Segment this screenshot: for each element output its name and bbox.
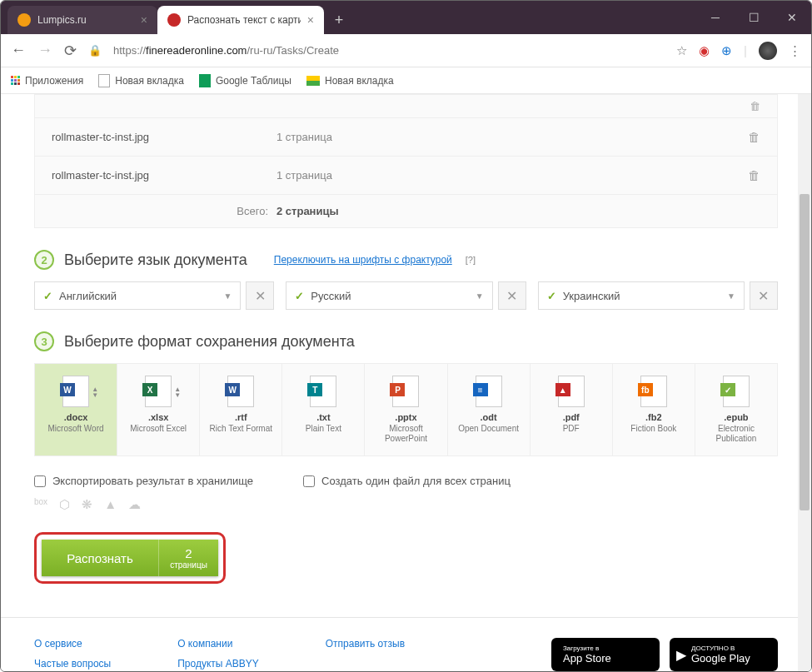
fraktur-link[interactable]: Переключить на шрифты с фрактурой bbox=[274, 254, 452, 266]
format-name: Fiction Book bbox=[616, 424, 691, 434]
box-icon[interactable]: box bbox=[34, 497, 47, 512]
bookmark-item[interactable]: Google Таблицы bbox=[199, 74, 291, 87]
format-ext: .pptx bbox=[368, 412, 443, 422]
close-icon[interactable]: × bbox=[141, 13, 147, 27]
singlefile-checkbox[interactable]: Создать один файл для всех страниц bbox=[303, 475, 511, 487]
format-option[interactable]: ≡ .odt Open Document bbox=[448, 364, 531, 455]
format-option[interactable]: P .pptx Microsoft PowerPoint bbox=[365, 364, 447, 455]
url-input[interactable]: https://finereaderonline.com/ru-ru/Tasks… bbox=[113, 44, 665, 57]
format-icon: W bbox=[227, 376, 254, 407]
format-option[interactable]: ✓ .epub Electronic Publication bbox=[695, 364, 777, 455]
star-icon[interactable]: ☆ bbox=[676, 43, 687, 58]
format-icon: fb bbox=[640, 376, 667, 407]
apps-button[interactable]: Приложения bbox=[11, 75, 83, 87]
window-controls: ─ ☐ ✕ bbox=[696, 1, 811, 34]
address-bar: ← → ⟳ 🔒 https://finereaderonline.com/ru-… bbox=[1, 34, 811, 67]
bookmark-item[interactable]: Новая вкладка bbox=[98, 74, 184, 87]
clear-language-button[interactable]: ✕ bbox=[246, 281, 274, 310]
format-option[interactable]: W▲▼ .docx Microsoft Word bbox=[35, 364, 117, 455]
new-tab-button[interactable]: + bbox=[327, 8, 351, 32]
menu-icon[interactable]: ⋮ bbox=[789, 43, 801, 58]
recognize-count: 2 страницы bbox=[158, 540, 218, 576]
language-name: Русский bbox=[311, 290, 351, 302]
format-option[interactable]: X▲▼ .xlsx Microsoft Excel bbox=[117, 364, 200, 455]
format-option[interactable]: W .rtf Rich Text Format bbox=[200, 364, 282, 455]
check-icon: ✓ bbox=[295, 290, 304, 302]
footer-link[interactable]: Продукты ABBYY bbox=[177, 658, 259, 670]
bookmark-item[interactable]: Новая вкладка bbox=[306, 75, 394, 87]
footer-link[interactable]: О сервисе bbox=[34, 638, 111, 650]
recognize-button[interactable]: Распознать 2 страницы bbox=[42, 540, 218, 576]
footer-link[interactable]: Отправить отзыв bbox=[326, 638, 405, 650]
help-icon[interactable]: [?] bbox=[466, 255, 476, 265]
evernote-icon[interactable]: ❋ bbox=[82, 497, 92, 512]
format-ext: .fb2 bbox=[616, 412, 691, 422]
extension-icon[interactable]: ⊕ bbox=[721, 43, 732, 58]
forward-button[interactable]: → bbox=[37, 42, 52, 59]
format-option[interactable]: T .txt Plain Text bbox=[282, 364, 365, 455]
browser-tab-inactive[interactable]: Lumpics.ru × bbox=[7, 6, 157, 34]
chevron-down-icon: ▼ bbox=[727, 291, 735, 301]
format-ext: .rtf bbox=[203, 412, 278, 422]
scroll-thumb[interactable] bbox=[800, 194, 810, 510]
format-icon: P bbox=[392, 376, 419, 407]
step-format: 3 Выберите формат сохранения документа W… bbox=[34, 331, 778, 584]
format-name: Electronic Publication bbox=[699, 424, 774, 444]
extension-icon[interactable]: ◉ bbox=[699, 43, 710, 58]
export-checkbox[interactable]: Экспортировать результат в хранилище bbox=[34, 475, 253, 487]
format-icon: ≡ bbox=[476, 376, 502, 407]
close-icon[interactable]: × bbox=[307, 13, 314, 27]
total-value: 2 страницы bbox=[276, 205, 339, 217]
apps-icon bbox=[11, 76, 20, 85]
onedrive-icon[interactable]: ☁ bbox=[128, 497, 141, 512]
language-select[interactable]: ✓Украинский▼ bbox=[538, 281, 745, 310]
footer-link[interactable]: О компании bbox=[177, 638, 259, 650]
appstore-button[interactable]: Загрузите вApp Store bbox=[551, 638, 660, 671]
reload-button[interactable]: ⟳ bbox=[64, 42, 77, 60]
step-title: Выберите язык документа bbox=[64, 251, 247, 269]
format-ext: .xlsx bbox=[121, 412, 196, 422]
chevron-down-icon: ▼ bbox=[476, 291, 484, 301]
step-number: 2 bbox=[34, 250, 54, 270]
lock-icon: 🔒 bbox=[88, 44, 102, 57]
format-name: Plain Text bbox=[286, 424, 361, 434]
maximize-button[interactable]: ☐ bbox=[735, 1, 773, 34]
close-button[interactable]: ✕ bbox=[773, 1, 811, 34]
browser-tab-active[interactable]: Распознать текст с картинки он × bbox=[157, 6, 324, 34]
format-grid: W▲▼ .docx Microsoft Word X▲▼ .xlsx Micro… bbox=[34, 363, 778, 456]
clear-language-button[interactable]: ✕ bbox=[750, 281, 778, 310]
clear-language-button[interactable]: ✕ bbox=[498, 281, 526, 310]
format-name: Microsoft PowerPoint bbox=[368, 424, 443, 444]
file-name: rollmaster-tc-inst.jpg bbox=[52, 169, 276, 182]
format-name: Microsoft Excel bbox=[121, 424, 196, 434]
minimize-button[interactable]: ─ bbox=[696, 1, 735, 34]
delete-icon[interactable]: 🗑 bbox=[748, 168, 760, 182]
format-name: Microsoft Word bbox=[38, 424, 113, 434]
dropbox-icon[interactable]: ⬡ bbox=[59, 497, 70, 512]
play-icon: ▶ bbox=[676, 647, 686, 663]
format-name: Rich Text Format bbox=[203, 424, 278, 434]
divider: | bbox=[744, 43, 747, 57]
delete-icon[interactable]: 🗑 bbox=[750, 100, 760, 112]
file-row: rollmaster-tc-inst.jpg 1 страница 🗑 bbox=[35, 118, 777, 157]
language-select[interactable]: ✓Русский▼ bbox=[286, 281, 492, 310]
format-icon: ▲ bbox=[558, 376, 585, 407]
check-icon: ✓ bbox=[43, 290, 52, 302]
googleplay-button[interactable]: ▶ ДОСТУПНО ВGoogle Play bbox=[670, 638, 778, 671]
delete-icon[interactable]: 🗑 bbox=[748, 130, 760, 144]
profile-avatar[interactable] bbox=[759, 42, 777, 60]
footer-links: О сервисе Частые вопросы О компании Прод… bbox=[1, 617, 811, 671]
format-icon: T bbox=[310, 376, 336, 407]
total-label: Всего: bbox=[52, 205, 276, 217]
chevron-down-icon: ▼ bbox=[223, 291, 232, 301]
language-select[interactable]: ✓Английский▼ bbox=[34, 281, 241, 310]
format-option[interactable]: ▲ .pdf PDF bbox=[531, 364, 613, 455]
page-content: 🗑 rollmaster-tc-inst.jpg 1 страница 🗑 ro… bbox=[1, 94, 811, 671]
recognize-highlight: Распознать 2 страницы bbox=[34, 532, 226, 584]
scrollbar[interactable] bbox=[798, 94, 811, 671]
footer-link[interactable]: Частые вопросы bbox=[34, 658, 111, 670]
sheets-icon bbox=[199, 74, 211, 87]
drive-icon[interactable]: ▲ bbox=[104, 497, 117, 512]
format-option[interactable]: fb .fb2 Fiction Book bbox=[613, 364, 695, 455]
back-button[interactable]: ← bbox=[11, 42, 26, 59]
